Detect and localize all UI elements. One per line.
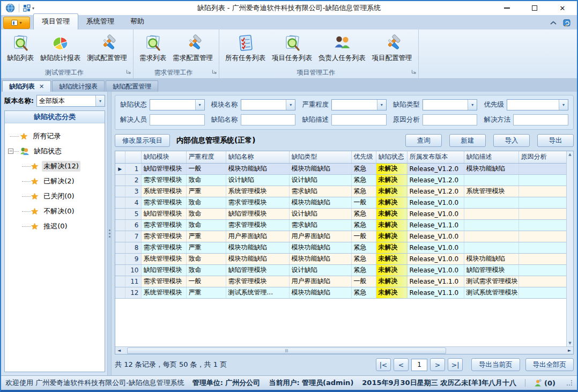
col-header-cause[interactable]: 原因分析: [518, 151, 566, 163]
modify-columns-button[interactable]: 修改显示项目: [115, 134, 170, 147]
col-header-indicator[interactable]: [115, 151, 125, 163]
tab-close-icon[interactable]: ✕: [39, 83, 44, 90]
col-header-number[interactable]: [125, 151, 141, 163]
table-row[interactable]: 12系统管理模块严重测试系统管理...模块功能缺陷紧急未解决Release_V1…: [115, 287, 566, 298]
table-row[interactable]: 4需求管理模块致命需求管理模块模块功能缺陷一般未解决Release_V1.0.0: [115, 197, 566, 208]
chevron-down-icon[interactable]: ▾: [468, 100, 477, 110]
prev-page-button[interactable]: <: [394, 358, 409, 371]
filter-combo[interactable]: ▾: [331, 99, 387, 110]
tree-item[interactable]: ★未解决(12): [6, 159, 103, 174]
scroll-up-icon[interactable]: ▲: [568, 152, 571, 157]
export-current-page-button[interactable]: 导出当前页: [471, 358, 520, 371]
next-page-button[interactable]: >: [430, 358, 445, 371]
tree-item[interactable]: ★已解决(2): [6, 174, 103, 189]
filter-combo[interactable]: ▾: [423, 99, 478, 110]
collapse-ribbon-button[interactable]: [550, 20, 557, 25]
minimize-button[interactable]: [501, 3, 513, 13]
chevron-down-icon[interactable]: ▾: [195, 100, 204, 110]
col-header-type[interactable]: 缺陷类型: [289, 151, 351, 163]
quick-access-toolbar-button[interactable]: ▾: [23, 4, 34, 12]
test-config-button[interactable]: 测试配置管理: [84, 32, 130, 64]
table-row[interactable]: 9系统管理模块致命模块功能缺陷模块功能缺陷紧急未解决Release_V1.0.0…: [115, 253, 566, 264]
col-header-priority[interactable]: 优先级: [351, 151, 376, 163]
scroll-right-icon[interactable]: ►: [566, 348, 573, 353]
tree-item[interactable]: ★已关闭(0): [6, 189, 103, 204]
col-header-release[interactable]: 所属发布版本: [407, 151, 464, 163]
filter-combo[interactable]: ▾: [507, 99, 568, 110]
application-menu-button[interactable]: ▾: [3, 17, 30, 29]
table-row[interactable]: 5缺陷管理模块致命缺陷管理模块设计缺陷紧急未解决Release_V1.0.0: [115, 208, 566, 219]
dialog-launcher-button[interactable]: [212, 66, 217, 77]
scrollbar-thumb[interactable]: [127, 347, 446, 354]
table-row[interactable]: 8需求管理模块严重模块功能缺陷模块功能缺陷紧急未解决Release_V1.0.0: [115, 242, 566, 253]
query-button[interactable]: 查询: [405, 134, 442, 147]
table-row[interactable]: 6需求管理模块致命需求管理模块需求缺陷紧急未解决Release_V1.1.0: [115, 219, 566, 231]
maximize-button[interactable]: [529, 3, 540, 13]
tree-item[interactable]: ★不解决(0): [6, 204, 103, 219]
tree-item[interactable]: ★推迟(0): [6, 219, 103, 234]
filter-combo-input[interactable]: [150, 100, 195, 110]
sidebar-splitter[interactable]: [107, 92, 112, 375]
version-select-input[interactable]: [37, 95, 95, 106]
filter-text-input[interactable]: [513, 114, 568, 125]
doc-tab-defect-list[interactable]: 缺陷列表 ✕: [2, 80, 51, 92]
table-row[interactable]: 11需求管理模块一般需求管理模块用户界面缺陷一般未解决Release_V1.1.…: [115, 276, 566, 287]
table-row[interactable]: 10缺陷管理模块致命缺陷管理模块设计缺陷紧急未解决Release_V1.0.0缺…: [115, 264, 566, 276]
owner-tasks-button[interactable]: 负责人任务列表: [315, 32, 369, 64]
col-header-module[interactable]: 缺陷模块: [141, 151, 186, 163]
import-button[interactable]: 导入: [493, 134, 530, 147]
requirement-config-button[interactable]: 需求配置管理: [169, 32, 216, 64]
tree-item[interactable]: ★所有记录: [6, 129, 103, 144]
scroll-down-icon[interactable]: ▼: [568, 341, 571, 345]
filter-combo-input[interactable]: [241, 100, 286, 110]
table-row[interactable]: ▶1缺陷管理模块一般模块功能缺陷模块功能缺陷紧急未解决Release_V1.2.…: [115, 163, 566, 174]
filter-combo-input[interactable]: [507, 100, 559, 110]
horizontal-scrollbar[interactable]: ◄ ►: [115, 346, 573, 354]
online-users-indicator[interactable]: (0): [534, 379, 555, 387]
tree-expander-icon[interactable]: −: [8, 149, 13, 154]
last-page-button[interactable]: >|: [448, 358, 463, 371]
version-select[interactable]: ▾: [36, 95, 105, 107]
filter-text-input[interactable]: [331, 114, 387, 125]
chevron-down-icon[interactable]: ▾: [95, 95, 105, 106]
filter-text-input[interactable]: [150, 114, 205, 125]
chevron-down-icon[interactable]: ▾: [377, 100, 386, 110]
filter-combo[interactable]: ▾: [241, 99, 296, 110]
defect-report-button[interactable]: 缺陷统计报表: [37, 32, 84, 64]
help-button[interactable]: [562, 18, 572, 27]
dialog-launcher-button[interactable]: [411, 66, 417, 77]
project-tasks-button[interactable]: 项目任务列表: [269, 32, 315, 64]
ribbon-tab-system[interactable]: 系统管理: [78, 14, 122, 29]
filter-combo-input[interactable]: [423, 100, 468, 110]
export-button[interactable]: 导出: [537, 134, 574, 147]
doc-tab-defect-config[interactable]: 缺陷配置管理: [106, 80, 158, 92]
project-config-button[interactable]: 项目配置管理: [369, 32, 416, 64]
ribbon-tab-help[interactable]: 帮助: [122, 14, 152, 29]
filter-text-input[interactable]: [423, 114, 478, 125]
dialog-launcher-button[interactable]: [126, 66, 131, 77]
defect-list-button[interactable]: 缺陷列表: [4, 32, 37, 64]
export-all-pages-button[interactable]: 导出全部页: [525, 358, 574, 371]
first-page-button[interactable]: |<: [376, 358, 391, 371]
tree-item[interactable]: −缺陷状态: [6, 144, 103, 159]
table-row[interactable]: 2需求管理模块致命设计缺陷设计缺陷紧急未解决Release_V1.2.0: [115, 174, 566, 186]
resize-grip[interactable]: [566, 380, 573, 386]
filter-combo[interactable]: ▾: [150, 99, 205, 110]
table-row[interactable]: 3系统管理模块严重系统管理模块需求缺陷紧急未解决Release_V1.2.0系统…: [115, 186, 566, 197]
vertical-scrollbar[interactable]: ▲ ▼: [566, 151, 573, 346]
requirement-list-button[interactable]: 需求列表: [136, 32, 169, 64]
filter-text-input[interactable]: [241, 114, 296, 125]
close-button[interactable]: ✕: [557, 3, 568, 13]
chevron-down-icon[interactable]: ▾: [559, 100, 568, 110]
col-header-name[interactable]: 缺陷名称: [226, 151, 289, 163]
page-number-input[interactable]: [411, 359, 427, 371]
doc-tab-defect-report[interactable]: 缺陷统计报表: [52, 80, 105, 92]
scroll-left-icon[interactable]: ◄: [115, 348, 123, 353]
chevron-down-icon[interactable]: ▾: [286, 100, 295, 110]
all-tasks-button[interactable]: 所有任务列表: [222, 32, 269, 64]
table-row[interactable]: 7需求管理模块严重用户界面缺陷用户界面缺陷一般未解决Release_V1.0.0: [115, 231, 566, 242]
col-header-status[interactable]: 缺陷状态: [376, 151, 407, 163]
col-header-severity[interactable]: 严重程度: [186, 151, 226, 163]
ribbon-tab-project[interactable]: 项目管理: [33, 13, 78, 29]
col-header-desc[interactable]: 缺陷描述: [464, 151, 518, 163]
